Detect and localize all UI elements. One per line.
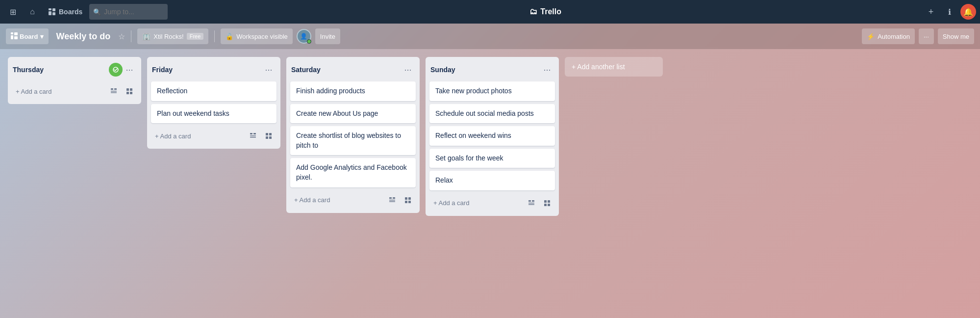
- workspace-label: Xtil Rocks!: [153, 33, 183, 40]
- board-view-button[interactable]: Board ▾: [6, 28, 49, 44]
- svg-rect-22: [269, 133, 272, 135]
- card-sunday-2[interactable]: Reflect on weekend wins: [429, 126, 555, 146]
- lightning-icon: ⚡: [867, 33, 875, 40]
- svg-rect-15: [126, 92, 129, 94]
- star-button[interactable]: ☆: [118, 32, 125, 41]
- svg-rect-6: [11, 35, 13, 39]
- svg-rect-32: [408, 201, 411, 203]
- workspace-visible-label: Workspace visible: [236, 33, 288, 40]
- card-sunday-1[interactable]: Schedule out social media posts: [429, 104, 555, 124]
- card-saturday-2[interactable]: Create shortlist of blog websites to pit…: [290, 126, 416, 155]
- add-list-button[interactable]: + Add another list: [565, 57, 663, 77]
- info-icon: ℹ: [948, 7, 951, 17]
- edit-icon-button-friday[interactable]: [262, 129, 276, 143]
- svg-rect-20: [250, 137, 256, 138]
- column-header-sunday: Sunday···: [429, 61, 555, 79]
- lock-icon: 🔓: [226, 33, 233, 40]
- card-action-icons-thursday: [107, 84, 136, 98]
- invite-label: Invite: [320, 33, 335, 40]
- svg-rect-27: [389, 200, 395, 201]
- add-card-button-sunday[interactable]: + Add a card: [430, 197, 472, 209]
- home-icon: ⌂: [30, 7, 35, 16]
- workspace-icon: 🏢: [142, 32, 151, 40]
- edit-icon-button-saturday[interactable]: [401, 193, 415, 207]
- info-button[interactable]: ℹ: [941, 3, 958, 21]
- divider-2: [214, 30, 215, 42]
- logo-icon: 🗂: [529, 7, 537, 16]
- card-friday-0[interactable]: Reflection: [151, 81, 276, 101]
- add-card-row-friday: + Add a card: [151, 127, 276, 145]
- svg-rect-0: [49, 8, 51, 10]
- svg-rect-23: [266, 136, 268, 139]
- column-header-thursday: Thursday···: [12, 61, 137, 79]
- boards-button[interactable]: Boards: [43, 3, 87, 21]
- card-saturday-3[interactable]: Add Google Analytics and Facebook pixel.: [290, 158, 416, 187]
- template-icon-button-thursday[interactable]: [107, 84, 121, 98]
- edit-icon-button-thursday[interactable]: [123, 84, 136, 98]
- chevron-down-icon: ▾: [40, 33, 44, 40]
- card-saturday-0[interactable]: Finish adding products: [290, 81, 416, 101]
- svg-rect-33: [528, 200, 531, 202]
- column-sunday: Sunday···Take new product photosSchedule…: [426, 57, 559, 216]
- show-me-button[interactable]: Show me: [938, 28, 974, 44]
- card-action-icons-friday: [246, 129, 276, 143]
- notifications-button[interactable]: 🔔: [960, 4, 976, 20]
- more-button[interactable]: ···: [919, 28, 934, 44]
- add-card-row-thursday: + Add a card: [12, 82, 137, 100]
- column-menu-button-friday[interactable]: ···: [262, 63, 276, 77]
- user-avatar-container: 👤: [297, 29, 311, 44]
- card-action-icons-sunday: [525, 196, 554, 210]
- column-title-thursday: Thursday: [13, 66, 109, 74]
- home-button[interactable]: ⌂: [24, 3, 41, 21]
- edit-icon-button-sunday[interactable]: [540, 196, 554, 210]
- add-card-button-friday[interactable]: + Add a card: [152, 131, 194, 142]
- svg-rect-16: [130, 92, 132, 94]
- add-card-button-thursday[interactable]: + Add a card: [13, 86, 54, 97]
- show-me-label: Show me: [943, 33, 969, 40]
- invite-button[interactable]: Invite: [315, 28, 340, 44]
- workspace-button[interactable]: 🏢 Xtil Rocks! Free: [137, 28, 208, 44]
- column-menu-button-sunday[interactable]: ···: [540, 63, 554, 77]
- template-icon-button-saturday[interactable]: [385, 193, 399, 207]
- board-content: Thursday···+ Add a cardFriday···Reflecti…: [0, 49, 980, 318]
- template-icon-button-friday[interactable]: [246, 129, 260, 143]
- svg-rect-7: [14, 36, 18, 39]
- card-friday-1[interactable]: Plan out weekend tasks: [151, 104, 276, 124]
- svg-rect-5: [14, 32, 18, 35]
- grid-menu-button[interactable]: ⊞: [4, 3, 22, 21]
- svg-rect-10: [114, 88, 117, 90]
- svg-rect-25: [389, 197, 392, 199]
- column-header-friday: Friday···: [151, 61, 276, 79]
- card-sunday-4[interactable]: Relax: [429, 171, 555, 190]
- boards-icon: [48, 8, 56, 16]
- create-button[interactable]: +: [923, 4, 939, 20]
- card-sunday-0[interactable]: Take new product photos: [429, 81, 555, 101]
- add-card-button-saturday[interactable]: + Add a card: [291, 194, 333, 206]
- svg-rect-11: [111, 91, 117, 92]
- column-header-saturday: Saturday···: [290, 61, 416, 79]
- column-menu-button-thursday[interactable]: ···: [123, 63, 136, 77]
- avatar-initials: 👤: [300, 33, 307, 40]
- svg-rect-36: [528, 204, 534, 205]
- board-view-icon: [11, 32, 18, 41]
- column-menu-button-saturday[interactable]: ···: [401, 63, 415, 77]
- svg-rect-24: [269, 136, 272, 139]
- card-action-icons-saturday: [385, 193, 415, 207]
- svg-rect-12: [111, 92, 117, 93]
- star-icon: ☆: [118, 32, 125, 41]
- card-sunday-3[interactable]: Set goals for the week: [429, 149, 555, 168]
- add-card-row-saturday: + Add a card: [290, 191, 416, 209]
- svg-rect-3: [52, 12, 55, 15]
- workspace-badge: Free: [187, 33, 204, 40]
- bell-icon: 🔔: [963, 7, 973, 17]
- search-input[interactable]: [89, 4, 168, 20]
- automation-button[interactable]: ⚡ Automation: [862, 28, 915, 44]
- search-wrapper: 🔍: [89, 4, 168, 20]
- card-saturday-1[interactable]: Create new About Us page: [290, 104, 416, 124]
- svg-rect-40: [548, 204, 550, 206]
- workspace-visible-button[interactable]: 🔓 Workspace visible: [221, 28, 293, 44]
- template-icon-button-sunday[interactable]: [525, 196, 538, 210]
- svg-rect-13: [126, 88, 129, 91]
- column-title-sunday: Sunday: [430, 66, 540, 74]
- board-title[interactable]: Weekly to do: [52, 29, 115, 44]
